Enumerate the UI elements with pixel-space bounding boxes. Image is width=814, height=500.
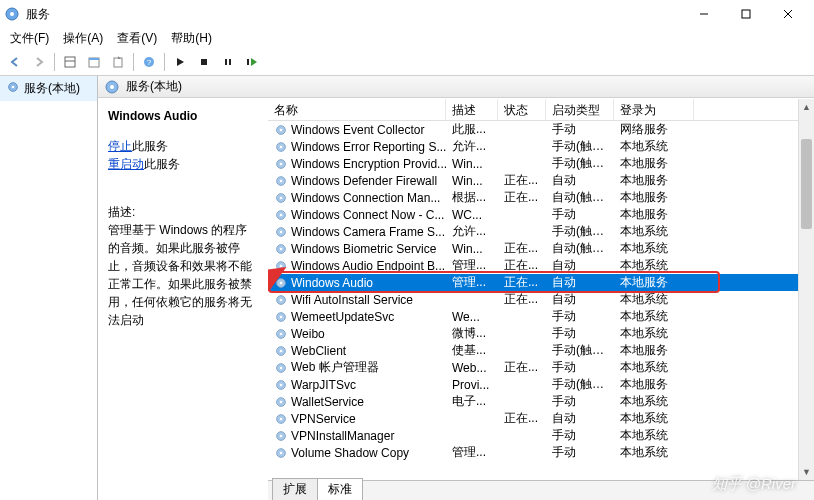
stop-service-button[interactable]: [193, 51, 215, 73]
menu-file[interactable]: 文件(F): [4, 28, 55, 49]
service-row[interactable]: VPNService正在...自动本地系统: [268, 410, 814, 427]
svg-point-18: [12, 86, 15, 89]
service-startup-cell: 自动(触发...: [546, 189, 614, 206]
minimize-button[interactable]: [690, 4, 718, 24]
content-header-label: 服务(本地): [126, 78, 182, 95]
service-name-cell: Windows Audio: [291, 276, 373, 290]
service-row[interactable]: Windows Audio Endpoint B...管理...正在...自动本…: [268, 257, 814, 274]
service-logon-cell: 本地服务: [614, 155, 694, 172]
restart-link[interactable]: 重启动: [108, 157, 144, 171]
properties-button[interactable]: [83, 51, 105, 73]
scroll-down-arrow[interactable]: ▼: [799, 464, 814, 480]
gear-icon: [6, 80, 20, 97]
service-row[interactable]: Windows Biometric ServiceWin...正在...自动(触…: [268, 240, 814, 257]
start-service-button[interactable]: [169, 51, 191, 73]
show-hide-tree-button[interactable]: [59, 51, 81, 73]
service-desc-cell: Web...: [446, 361, 498, 375]
service-row[interactable]: WalletService电子...手动本地系统: [268, 393, 814, 410]
forward-button[interactable]: [28, 51, 50, 73]
svg-rect-13: [201, 59, 207, 65]
service-row[interactable]: Windows Connect Now - C...WC...手动本地服务: [268, 206, 814, 223]
tab-extended[interactable]: 扩展: [272, 478, 318, 500]
service-row[interactable]: Web 帐户管理器Web...正在...手动本地系统: [268, 359, 814, 376]
list-header: 名称 描述 状态 启动类型 登录为: [268, 99, 814, 121]
help-button[interactable]: ?: [138, 51, 160, 73]
service-desc-cell: Win...: [446, 174, 498, 188]
list-rows[interactable]: Windows Event Collector此服...手动网络服务Window…: [268, 121, 814, 480]
service-startup-cell: 手动: [546, 325, 614, 342]
service-row[interactable]: WarpJITSvcProvi...手动(触发...本地服务: [268, 376, 814, 393]
stop-link[interactable]: 停止: [108, 139, 132, 153]
service-name-cell: WarpJITSvc: [291, 378, 356, 392]
svg-point-44: [280, 315, 283, 318]
service-logon-cell: 网络服务: [614, 121, 694, 138]
svg-point-32: [280, 213, 283, 216]
menu-view[interactable]: 查看(V): [111, 28, 163, 49]
column-status[interactable]: 状态: [498, 99, 546, 120]
tab-standard[interactable]: 标准: [317, 478, 363, 500]
service-desc-cell: 管理...: [446, 257, 498, 274]
service-name-cell: Volume Shadow Copy: [291, 446, 409, 460]
service-row[interactable]: VPNInstallManager手动本地系统: [268, 427, 814, 444]
service-desc-cell: Win...: [446, 242, 498, 256]
maximize-button[interactable]: [732, 4, 760, 24]
column-startup-type[interactable]: 启动类型: [546, 99, 614, 120]
service-desc-cell: 微博...: [446, 325, 498, 342]
svg-point-36: [280, 247, 283, 250]
service-logon-cell: 本地服务: [614, 189, 694, 206]
service-name-cell: WemeetUpdateSvc: [291, 310, 394, 324]
svg-point-46: [280, 332, 283, 335]
service-name-cell: Windows Audio Endpoint B...: [291, 259, 445, 273]
service-row[interactable]: Windows Event Collector此服...手动网络服务: [268, 121, 814, 138]
menu-action[interactable]: 操作(A): [57, 28, 109, 49]
service-logon-cell: 本地系统: [614, 223, 694, 240]
toolbar: ?: [0, 48, 814, 76]
pause-service-button[interactable]: [217, 51, 239, 73]
service-row[interactable]: Wifi AutoInstall Service正在...自动本地系统: [268, 291, 814, 308]
service-logon-cell: 本地服务: [614, 376, 694, 393]
service-row[interactable]: Windows Camera Frame S...允许...手动(触发...本地…: [268, 223, 814, 240]
scroll-thumb[interactable]: [801, 139, 812, 229]
service-row[interactable]: Weibo微博...手动本地系统: [268, 325, 814, 342]
sidebar-item-label: 服务(本地): [24, 80, 80, 97]
service-logon-cell: 本地服务: [614, 172, 694, 189]
svg-rect-9: [89, 58, 99, 60]
service-row[interactable]: Windows Audio管理...正在...自动本地服务: [268, 274, 814, 291]
svg-point-26: [280, 162, 283, 165]
service-row[interactable]: Windows Encryption Provid...Win...手动(触发.…: [268, 155, 814, 172]
title-bar: 服务: [0, 0, 814, 28]
svg-rect-14: [225, 59, 227, 65]
service-startup-cell: 自动: [546, 291, 614, 308]
service-row[interactable]: WebClient使基...手动(触发...本地服务: [268, 342, 814, 359]
menu-help[interactable]: 帮助(H): [165, 28, 218, 49]
sidebar-item-services-local[interactable]: 服务(本地): [0, 76, 97, 101]
service-desc-cell: 此服...: [446, 121, 498, 138]
service-row[interactable]: Windows Defender FirewallWin...正在...自动本地…: [268, 172, 814, 189]
column-description[interactable]: 描述: [446, 99, 498, 120]
service-row[interactable]: Volume Shadow Copy管理...手动本地系统: [268, 444, 814, 461]
svg-rect-15: [229, 59, 231, 65]
service-logon-cell: 本地系统: [614, 325, 694, 342]
service-startup-cell: 自动: [546, 410, 614, 427]
service-desc-cell: WC...: [446, 208, 498, 222]
restart-service-button[interactable]: [241, 51, 263, 73]
service-row[interactable]: Windows Connection Man...根据...正在...自动(触发…: [268, 189, 814, 206]
main-area: 服务(本地) 服务(本地) Windows Audio 停止此服务 重启动此服务…: [0, 76, 814, 500]
scroll-up-arrow[interactable]: ▲: [799, 99, 814, 115]
back-button[interactable]: [4, 51, 26, 73]
export-button[interactable]: [107, 51, 129, 73]
menu-bar: 文件(F) 操作(A) 查看(V) 帮助(H): [0, 28, 814, 48]
vertical-scrollbar[interactable]: ▲ ▼: [798, 99, 814, 480]
service-row[interactable]: WemeetUpdateSvcWe...手动本地系统: [268, 308, 814, 325]
svg-rect-10: [114, 58, 122, 67]
svg-point-42: [280, 298, 283, 301]
service-startup-cell: 手动: [546, 308, 614, 325]
service-row[interactable]: Windows Error Reporting S...允许...手动(触发..…: [268, 138, 814, 155]
column-name[interactable]: 名称: [268, 99, 446, 120]
service-startup-cell: 手动(触发...: [546, 138, 614, 155]
service-desc-cell: Provi...: [446, 378, 498, 392]
column-logon-as[interactable]: 登录为: [614, 99, 694, 120]
service-desc-cell: 允许...: [446, 223, 498, 240]
close-button[interactable]: [774, 4, 802, 24]
service-status-cell: 正在...: [498, 410, 546, 427]
